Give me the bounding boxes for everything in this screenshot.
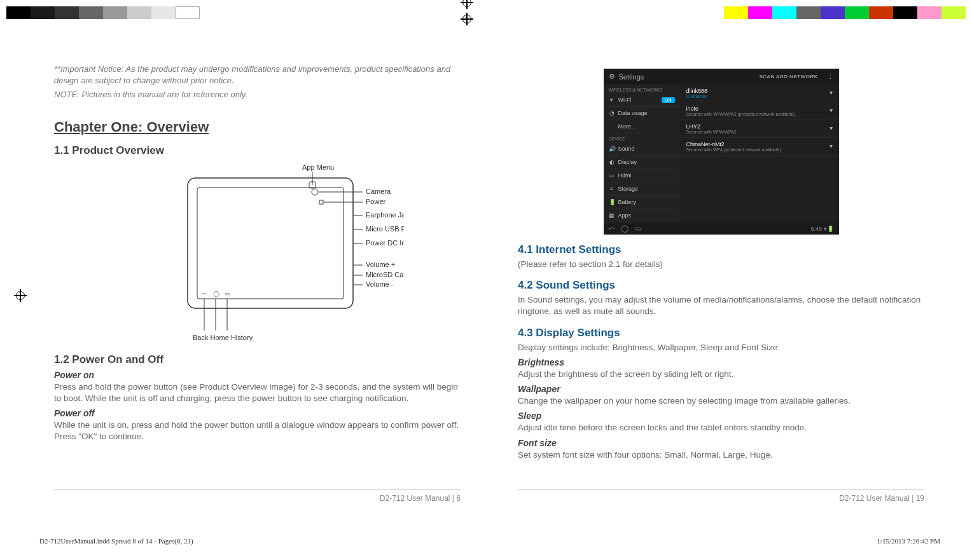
page-spread: **Important Notice: As the product may u… (54, 64, 924, 503)
registration-mark-left (14, 289, 27, 302)
settings-icon: ⚙ (609, 72, 615, 81)
power-on-text: Press and hold the power button (see Pro… (54, 381, 461, 404)
apps-icon: ▦ (609, 212, 615, 219)
product-overview-diagram: App Menu Camera Power Earphone Jack Micr… (111, 162, 404, 343)
wifi-signal-icon: ▾ (830, 125, 833, 132)
settings-screenshot: ⚙ Settings SCAN ADD NETWORK ⋮ WIRELESS &… (604, 69, 839, 235)
left-page-footer: D2-712 User Manual | 6 (54, 489, 461, 503)
section-4-3-heading: 4.3 Display Settings (518, 327, 924, 339)
svg-text:Earphone Jack: Earphone Jack (366, 211, 404, 219)
power-off-subheading: Power off (54, 408, 461, 418)
wifi-network-2: inote Secured with WPA/WPA2 (protected n… (680, 102, 839, 120)
chapter-title: Chapter One: Overview (54, 119, 461, 135)
settings-header-actions: SCAN ADD NETWORK (759, 74, 817, 79)
svg-text:Camera: Camera (366, 188, 391, 195)
nav-wifi: ▾Wi-FiON (604, 93, 680, 107)
clock: 6:48 (810, 226, 822, 232)
brightness-text: Adjust the brightness of the screen by s… (518, 369, 924, 380)
nav-battery: 🔋Battery (604, 196, 680, 209)
svg-text:MicroSD Card: MicroSD Card (366, 271, 404, 278)
svg-text:Volume +: Volume + (366, 261, 395, 268)
fontsize-text: Set system font size with four options: … (518, 449, 924, 461)
important-notice: **Important Notice: As the product may u… (54, 64, 461, 86)
print-color-bars-left (6, 6, 200, 19)
indesign-timestamp: 1/15/2013 7:26:42 PM (877, 537, 940, 545)
back-icon: ⤺ (609, 224, 614, 233)
data-usage-icon: ◔ (609, 110, 615, 116)
diagram-bottom-labels: Back Home History (193, 334, 253, 341)
note-text: NOTE: Pictures in this manual are for re… (54, 89, 461, 100)
nav-hdmi: ▭Hdmi (604, 169, 680, 182)
nav-category-wireless: WIRELESS & NETWORKS (604, 85, 680, 93)
overflow-icon: ⋮ (827, 72, 834, 81)
nav-storage: ≡Storage (604, 182, 680, 196)
svg-text:Power: Power (366, 198, 386, 205)
battery-icon: 🔋 (609, 199, 615, 205)
nav-display: ◐Display (604, 156, 680, 169)
wifi-network-1: dlink888 Connected ▾ (680, 85, 839, 102)
wifi-network-4: ChinaNet-nMi2 Secured with WPA (protecte… (680, 138, 839, 156)
wifi-signal-icon: ▾ (830, 107, 833, 114)
text-4-2: In Sound settings, you may adjust the vo… (518, 294, 924, 317)
svg-text:Power DC Input: Power DC Input (366, 239, 404, 247)
wifi-signal-icon: ▾ (830, 142, 833, 149)
settings-sidebar: WIRELESS & NETWORKS ▾Wi-FiON ◔Data usage… (604, 85, 680, 222)
section-1-2-heading: 1.2 Power On and Off (54, 353, 461, 366)
power-off-text: While the unit is on, press and hold the… (54, 420, 461, 442)
sleep-text: Adjust idle time before the screen locks… (518, 422, 924, 434)
brightness-subheading: Brightness (518, 357, 924, 367)
section-4-2-heading: 4.2 Sound Settings (518, 279, 924, 292)
home-icon: ◯ (621, 224, 628, 233)
wifi-network-3: LHYZ Secured with WPA/WPA2 ▾ (680, 120, 839, 138)
power-on-subheading: Power on (54, 370, 461, 380)
recents-icon: ▭ (635, 224, 641, 233)
storage-icon: ≡ (609, 186, 615, 192)
svg-rect-5 (319, 200, 323, 204)
wallpaper-text: Change the wallpaper on your home screen… (518, 395, 924, 407)
nav-sound: 🔊Sound (604, 142, 680, 156)
print-color-bars-right (724, 6, 966, 19)
svg-rect-1 (188, 178, 353, 308)
hdmi-icon: ▭ (609, 172, 615, 179)
nav-category-device: DEVICE (604, 133, 680, 142)
fontsize-subheading: Font size (518, 438, 924, 448)
svg-text:Volume -: Volume - (366, 280, 394, 288)
right-page: ⚙ Settings SCAN ADD NETWORK ⋮ WIRELESS &… (518, 64, 924, 503)
nav-data-usage: ◔Data usage (604, 107, 680, 120)
nav-apps: ▦Apps (604, 209, 680, 222)
settings-system-bar: ⤺ ◯ ▭ 6:48 ▾🔋 (604, 222, 839, 235)
svg-text:⤺: ⤺ (202, 290, 207, 297)
left-page: **Important Notice: As the product may u… (54, 64, 461, 503)
text-4-1: (Please refer to section 2.1 for details… (518, 259, 924, 270)
section-4-1-heading: 4.1 Internet Settings (518, 243, 924, 256)
display-icon: ◐ (609, 159, 615, 165)
wallpaper-subheading: Wallpaper (518, 384, 924, 394)
registration-mark-bottom (461, 0, 473, 9)
right-page-footer: D2-712 User Manual | 19 (518, 489, 924, 503)
wifi-signal-icon: ▾ (830, 89, 833, 96)
sound-icon: 🔊 (609, 146, 615, 152)
wifi-list: dlink888 Connected ▾ inote Secured with … (680, 85, 839, 222)
nav-more: More... (604, 120, 680, 133)
svg-text:Micro USB Port: Micro USB Port (366, 225, 404, 233)
settings-title: Settings (619, 73, 644, 81)
svg-text:▭: ▭ (225, 290, 230, 297)
diagram-label-appmenu: App Menu (302, 163, 334, 171)
registration-mark-top (461, 13, 473, 25)
section-1-1-heading: 1.1 Product Overview (54, 144, 461, 157)
text-4-3: Display settings include: Brightness, Wa… (518, 342, 924, 353)
wifi-toggle: ON (662, 97, 675, 103)
sleep-subheading: Sleep (518, 411, 924, 421)
wifi-icon: ▾ (609, 97, 615, 103)
svg-text:◯: ◯ (213, 290, 219, 297)
svg-point-4 (312, 189, 318, 195)
indesign-file-info: D2-712UserManual.indd Spread 8 of 14 - P… (39, 537, 193, 545)
